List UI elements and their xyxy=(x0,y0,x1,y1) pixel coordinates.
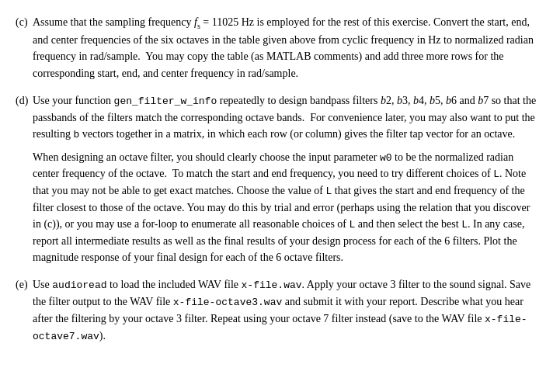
section-c-label: (c) xyxy=(16,14,33,82)
section-e-content: Use audioread to load the included WAV f… xyxy=(33,276,538,344)
x-file-octave7-code: x-file-octave7.wav xyxy=(33,314,527,342)
L-code-2: L xyxy=(326,186,332,197)
L-code-1: L xyxy=(493,168,499,180)
b6-var: b xyxy=(446,95,451,106)
section-d: (d) Use your function gen_filter_w_info … xyxy=(16,92,538,266)
section-c: (c) Assume that the sampling frequency f… xyxy=(16,14,538,82)
section-c-paragraph-1: Assume that the sampling frequency fs = … xyxy=(33,14,538,82)
b4-var: b xyxy=(413,95,419,106)
section-d-paragraph-2: When designing an octave filter, you sho… xyxy=(33,149,538,266)
gen-filter-w-info-code: gen_filter_w_info xyxy=(114,95,217,107)
page-content: (c) Assume that the sampling frequency f… xyxy=(16,14,538,344)
b2-var: b xyxy=(381,95,386,106)
b5-var: b xyxy=(430,95,435,106)
b-vector-code: b xyxy=(74,129,80,140)
x-file-octave3-code: x-file-octave3.wav xyxy=(173,297,282,308)
w0-code: w0 xyxy=(380,152,392,164)
b7-var: b xyxy=(478,95,483,106)
b3-var: b xyxy=(397,95,402,106)
section-d-content: Use your function gen_filter_w_info repe… xyxy=(33,92,538,266)
section-e-label: (e) xyxy=(16,276,33,344)
x-file-wav-code: x-file.wav xyxy=(242,279,302,291)
section-d-label: (d) xyxy=(16,92,33,266)
L-code-4: L xyxy=(461,219,468,231)
section-d-paragraph-1: Use your function gen_filter_w_info repe… xyxy=(33,92,538,143)
L-code-3: L xyxy=(350,219,356,231)
section-e-paragraph-1: Use audioread to load the included WAV f… xyxy=(33,276,538,344)
audioread-code: audioread xyxy=(52,279,106,291)
fs-subscript: s xyxy=(197,22,200,30)
section-c-content: Assume that the sampling frequency fs = … xyxy=(33,14,538,82)
section-e: (e) Use audioread to load the included W… xyxy=(16,276,538,344)
